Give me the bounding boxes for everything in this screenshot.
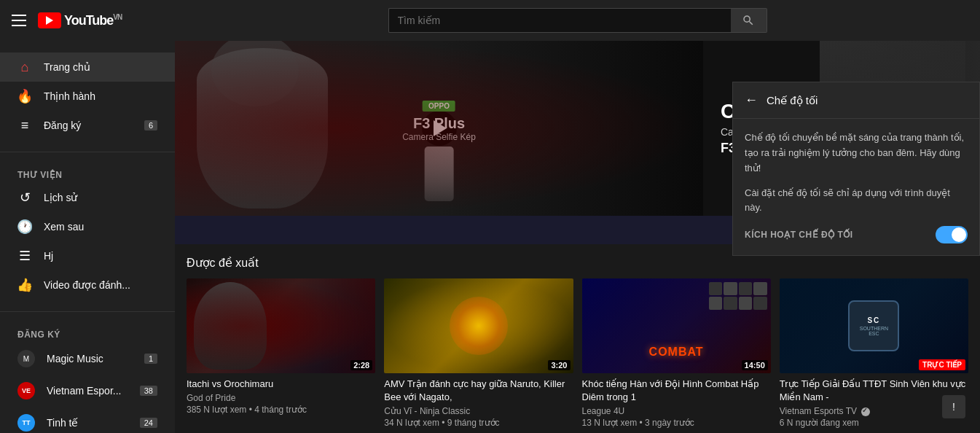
sidebar-item-home-label: Trang chủ xyxy=(44,61,157,73)
vietnam-esports-avatar: VE xyxy=(17,382,35,399)
dark-mode-toggle[interactable] xyxy=(936,226,968,243)
search-bar xyxy=(388,8,767,33)
sidebar: ⌂ Trang chủ 🔥 Thịnh hành ≡ Đăng ký 6 THƯ… xyxy=(0,41,175,433)
video-info-combat: Khóc tiếng Hàn với Đội Hình Combat Hấp D… xyxy=(582,373,771,432)
youtube-wordmark: YouTubeVN xyxy=(64,13,122,28)
video-card-itachi[interactable]: 2:28 Itachi vs Orochimaru God of Pride 3… xyxy=(187,278,375,432)
sidebar-item-trending[interactable]: 🔥 Thịnh hành xyxy=(0,82,175,111)
video-channel-esports: Vietnam Esports TV xyxy=(780,406,968,416)
featured-thumbnail: OPPO F3 Plus Camera Selfie Kép xyxy=(175,41,703,216)
sidebar-item-subscriptions-label: Đăng ký xyxy=(44,120,133,131)
main-layout: ⌂ Trang chủ 🔥 Thịnh hành ≡ Đăng ký 6 THƯ… xyxy=(0,41,980,433)
video-meta-itachi: 385 N lượt xem • 4 tháng trước xyxy=(187,405,375,415)
video-channel-naruto: Cửu Vĩ - Ninja Classic xyxy=(384,406,573,416)
product-name: F3 Plus xyxy=(402,114,476,132)
hamburger-menu-button[interactable] xyxy=(12,15,26,26)
dark-mode-note: Cài đặt chế độ tối sẽ chỉ áp dụng với tr… xyxy=(745,186,968,214)
feedback-button[interactable]: ! xyxy=(942,395,965,418)
play-icon xyxy=(434,120,447,136)
video-thumb-naruto: 3:20 xyxy=(384,278,573,373)
search-button[interactable] xyxy=(731,8,767,33)
sidebar-library-section: THƯ VIỆN ↺ Lịch sử 🕐 Xem sau ☰ Hj 👍 Vide… xyxy=(0,158,175,305)
subscriptions-section-title: ĐĂNG KÝ xyxy=(0,324,175,343)
video-info-naruto: AMV Trận đánh cực hay giữa Naruto, Kille… xyxy=(384,373,573,432)
product-image xyxy=(425,147,454,201)
sidebar-item-magic-music[interactable]: M Magic Music 1 xyxy=(0,343,175,375)
sidebar-item-hj-label: Hj xyxy=(44,250,157,262)
feedback-icon: ! xyxy=(952,401,955,413)
sidebar-item-watch-later-label: Xem sau xyxy=(44,221,157,233)
home-icon: ⌂ xyxy=(17,60,32,74)
subscriptions-icon: ≡ xyxy=(17,118,32,133)
vietnam-esports-badge: 38 xyxy=(140,386,157,396)
sidebar-item-trending-label: Thịnh hành xyxy=(44,90,157,102)
content-area: OPPO F3 Plus Camera Selfie Kép Chu Cam xyxy=(175,41,980,433)
topbar-left: YouTubeVN xyxy=(12,12,187,28)
sidebar-item-subscriptions[interactable]: ≡ Đăng ký 6 xyxy=(0,111,175,140)
toggle-knob xyxy=(952,227,966,242)
video-duration-combat: 14:50 xyxy=(742,360,768,370)
sidebar-item-vietnam-esports-label: Vietnam Espor... xyxy=(47,385,128,397)
video-card-combat[interactable]: COMBAT 14:50 xyxy=(582,278,771,432)
magic-music-badge: 1 xyxy=(144,354,157,364)
recommended-title: Được đề xuất xyxy=(187,256,980,270)
search-icon xyxy=(742,14,755,27)
youtube-logo[interactable]: YouTubeVN xyxy=(38,12,122,28)
play-button[interactable] xyxy=(422,111,457,146)
dropdown-header: ← Chế độ tối xyxy=(733,82,979,119)
live-badge-esports: TRỰC TIẾP xyxy=(919,359,965,370)
sidebar-item-vietnam-esports[interactable]: VE Vietnam Espor... 38 xyxy=(0,375,175,407)
sidebar-item-history[interactable]: ↺ Lịch sử xyxy=(0,183,175,212)
sidebar-item-tinh-te-label: Tinh tế xyxy=(47,417,128,429)
video-thumb-esports: SC SOUTHERN ESC TRỰC TIẾP xyxy=(780,278,968,373)
oppo-badge: OPPO xyxy=(423,101,455,112)
video-grid: 2:28 Itachi vs Orochimaru God of Pride 3… xyxy=(187,278,980,433)
sidebar-main-section: ⌂ Trang chủ 🔥 Thịnh hành ≡ Đăng ký 6 xyxy=(0,47,175,146)
back-arrow-button[interactable]: ← xyxy=(745,93,758,108)
featured-left: OPPO F3 Plus Camera Selfie Kép xyxy=(175,41,703,216)
sidebar-item-tinh-te[interactable]: TT Tinh tế 24 xyxy=(0,407,175,433)
video-meta-naruto: 34 N lượt xem • 9 tháng trước xyxy=(384,418,573,428)
sidebar-item-liked-label: Video được đánh... xyxy=(44,279,157,291)
dark-mode-toggle-row: KÍCH HOẠT CHẾ ĐỘ TỐI xyxy=(745,226,968,243)
video-title-esports: Trực Tiếp Giải Đấu TTĐT Sinh Viên khu vự… xyxy=(780,378,968,404)
sidebar-item-watch-later[interactable]: 🕐 Xem sau xyxy=(0,212,175,241)
sidebar-item-liked[interactable]: 👍 Video được đánh... xyxy=(0,270,175,300)
video-card-naruto[interactable]: 3:20 AMV Trận đánh cực hay giữa Naruto, … xyxy=(384,278,573,432)
tinh-te-badge: 24 xyxy=(140,418,157,428)
combat-text: COMBAT xyxy=(586,346,767,359)
sidebar-subscriptions-section: ĐĂNG KÝ M Magic Music 1 VE Vietnam Espor… xyxy=(0,318,175,433)
video-title-naruto: AMV Trận đánh cực hay giữa Naruto, Kille… xyxy=(384,378,573,404)
history-icon: ↺ xyxy=(17,190,32,205)
dropdown-title: Chế độ tối xyxy=(767,94,818,107)
verified-icon xyxy=(861,407,870,416)
sidebar-item-magic-music-label: Magic Music xyxy=(47,353,133,364)
video-thumb-combat: COMBAT 14:50 xyxy=(582,278,771,373)
search-input[interactable] xyxy=(388,8,731,33)
sidebar-divider-2 xyxy=(0,311,175,312)
dark-mode-toggle-label: KÍCH HOẠT CHẾ ĐỘ TỐI xyxy=(745,230,853,240)
dropdown-body: Chế độ tối chuyển bề mặt sáng của trang … xyxy=(733,119,979,255)
sidebar-item-history-label: Lịch sử xyxy=(44,192,157,203)
library-section-title: THƯ VIỆN xyxy=(0,164,175,183)
video-info-esports: Trực Tiếp Giải Đấu TTĐT Sinh Viên khu vự… xyxy=(780,373,968,432)
clock-icon: 🕐 xyxy=(17,219,32,234)
video-meta-esports: 6 N người đang xem xyxy=(780,418,968,428)
product-sub: Camera Selfie Kép xyxy=(402,132,476,142)
sidebar-item-hj[interactable]: ☰ Hj xyxy=(0,241,175,270)
fire-icon: 🔥 xyxy=(17,89,32,104)
video-channel-itachi: God of Pride xyxy=(187,393,375,403)
magic-music-avatar: M xyxy=(17,350,35,367)
recommended-section: Được đề xuất 2:28 Itachi vs Orochimaru G… xyxy=(175,244,980,433)
dark-mode-description: Chế độ tối chuyển bề mặt sáng của trang … xyxy=(745,130,968,176)
video-meta-combat: 13 N lượt xem • 3 ngày trước xyxy=(582,418,771,428)
playlist-icon: ☰ xyxy=(17,249,32,263)
sidebar-item-home[interactable]: ⌂ Trang chủ xyxy=(0,52,175,82)
topbar: YouTubeVN xyxy=(0,0,980,41)
subscriptions-badge: 6 xyxy=(144,120,157,130)
video-duration-naruto: 3:20 xyxy=(548,360,570,370)
dark-mode-panel: ← Chế độ tối Chế độ tối chuyển bề mặt sá… xyxy=(732,82,980,256)
video-card-esports[interactable]: SC SOUTHERN ESC TRỰC TIẾP Trực Tiếp Giải… xyxy=(780,278,968,432)
video-info-itachi: Itachi vs Orochimaru God of Pride 385 N … xyxy=(187,373,375,419)
video-title-itachi: Itachi vs Orochimaru xyxy=(187,378,375,391)
